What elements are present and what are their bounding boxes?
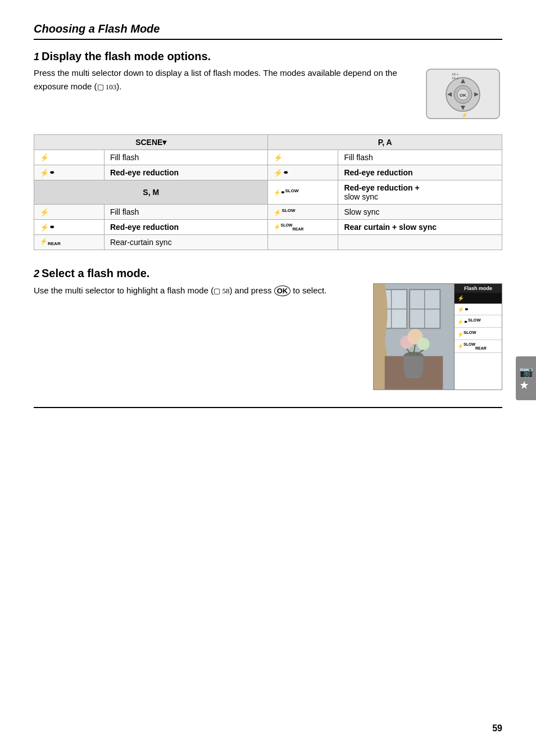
flash-menu-item: ⚡SLOWREAR (455, 340, 502, 353)
svg-point-23 (417, 338, 430, 350)
flash-icon-cell: ⚡REAR (34, 235, 105, 250)
page-number: 59 (492, 723, 502, 734)
flash-icon-cell: ⚡ (34, 205, 105, 220)
step1-section: 1 Display the flash mode options. Press … (34, 50, 502, 250)
ok-symbol: OK (274, 286, 291, 296)
flash-label-cell: Red-eye reduction (338, 165, 502, 180)
step1-body: Press the multi selector down to display… (34, 66, 502, 124)
photo-area (374, 284, 454, 390)
table-row: ⚡⚭ Red-eye reduction ⚡SLOWREAR Rear curt… (34, 220, 502, 235)
step1-title: Display the flash mode options. (42, 50, 211, 63)
flash-menu-item: ⚡ (455, 293, 502, 304)
step2-text: Use the multi selector to highlight a fl… (34, 283, 362, 298)
flash-menu-item: ⚡⚭ (455, 304, 502, 315)
flash-icon-cell: ⚡⚭ (268, 165, 338, 180)
flash-icon-cell: ⚡⚭ (34, 165, 105, 180)
flash-label-cell: Rear-curtain sync (104, 235, 268, 250)
step2-title: Select a flash mode. (42, 267, 149, 280)
flash-label-cell: Slow sync (338, 205, 502, 220)
step2-image: Flash mode ⚡ ⚡⚭ ⚡⚭SLOW ⚡SLOW ⚡SLOWREAR (373, 283, 502, 390)
side-tab: 📷★ (516, 356, 536, 400)
flash-label-cell: Fill flash (338, 150, 502, 165)
table-row: ⚡REAR Rear-curtain sync (34, 235, 502, 250)
flash-menu-item: ⚡⚭SLOW (455, 315, 502, 328)
table-row: ⚡ Fill flash ⚡SLOW Slow sync (34, 205, 502, 220)
step1-number: 1 (34, 51, 39, 63)
flash-label-cell: Red-eye reduction (104, 165, 268, 180)
table-row: ⚡ Fill flash ⚡ Fill flash (34, 150, 502, 165)
camera-button-diagram: OK AE-L AF-L ⚡ (424, 66, 502, 123)
step2-body: Use the multi selector to highlight a fl… (34, 283, 502, 390)
svg-text:AF-L: AF-L (452, 76, 460, 80)
step2-header: 2 Select a flash mode. (34, 267, 502, 280)
flash-mode-table: SCENE▾ P, A ⚡ Fill flash ⚡ Fill flash ⚡⚭… (34, 134, 502, 250)
flash-label-cell: Red-eye reduction (104, 220, 268, 235)
flash-menu-item: ⚡SLOW (455, 328, 502, 340)
flash-mode-diagram: Flash mode ⚡ ⚡⚭ ⚡⚭SLOW ⚡SLOW ⚡SLOWREAR (373, 283, 502, 390)
step1-image: OK AE-L AF-L ⚡ (424, 66, 502, 124)
flash-label-cell: Red-eye reduction +slow sync (338, 180, 502, 205)
step2-number: 2 (34, 268, 39, 280)
step1-header: 1 Display the flash mode options. (34, 50, 502, 63)
step2-ref: ▢ 58 (214, 287, 229, 295)
flash-label-cell: Fill flash (104, 150, 268, 165)
svg-text:⚡: ⚡ (461, 112, 468, 119)
step1-ref: ▢ 103 (97, 83, 117, 91)
step2-section: 2 Select a flash mode. Use the multi sel… (34, 267, 502, 390)
page-title: Choosing a Flash Mode (34, 22, 502, 35)
flash-menu-title: Flash mode (455, 284, 502, 293)
scene-header: SCENE▾ (34, 135, 268, 150)
flash-icon-cell: ⚡SLOW (268, 205, 338, 220)
bottom-divider (34, 407, 502, 408)
flash-icon-cell: ⚡⚭SLOW (268, 180, 338, 205)
flash-icon-cell: ⚡SLOWREAR (268, 220, 338, 235)
sm-header: S, M (34, 180, 268, 205)
table-row: ⚡⚭ Red-eye reduction ⚡⚭ Red-eye reductio… (34, 165, 502, 180)
flash-menu-panel: Flash mode ⚡ ⚡⚭ ⚡⚭SLOW ⚡SLOW ⚡SLOWREAR (454, 284, 502, 390)
svg-text:OK: OK (460, 93, 466, 98)
side-tab-icon: 📷★ (519, 365, 533, 392)
photo-svg (374, 284, 454, 390)
svg-text:AE-L: AE-L (452, 73, 460, 76)
pa-header: P, A (268, 135, 502, 150)
flash-icon-cell: ⚡ (34, 150, 105, 165)
flash-label-cell: Fill flash (104, 205, 268, 220)
flash-icon-cell: ⚡⚭ (34, 220, 105, 235)
sm-header-row: S, M ⚡⚭SLOW Red-eye reduction +slow sync (34, 180, 502, 205)
title-divider (34, 39, 502, 40)
flash-label-cell: Rear curtain + slow sync (338, 220, 502, 235)
flash-icon-cell: ⚡ (268, 150, 338, 165)
step1-text: Press the multi selector down to display… (34, 66, 412, 93)
